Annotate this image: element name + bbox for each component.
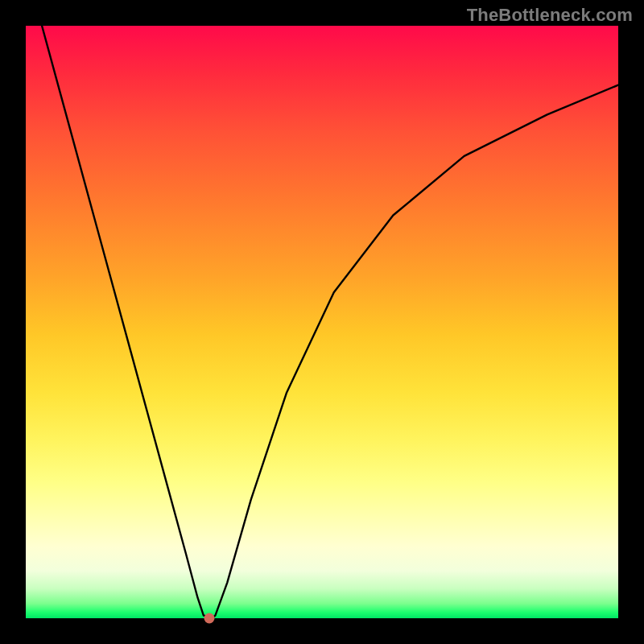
watermark-text: TheBottleneck.com <box>467 5 633 26</box>
bottleneck-curve <box>26 26 618 618</box>
chart-frame: TheBottleneck.com <box>0 0 644 644</box>
plot-area <box>26 26 618 618</box>
optimum-marker <box>204 613 215 624</box>
